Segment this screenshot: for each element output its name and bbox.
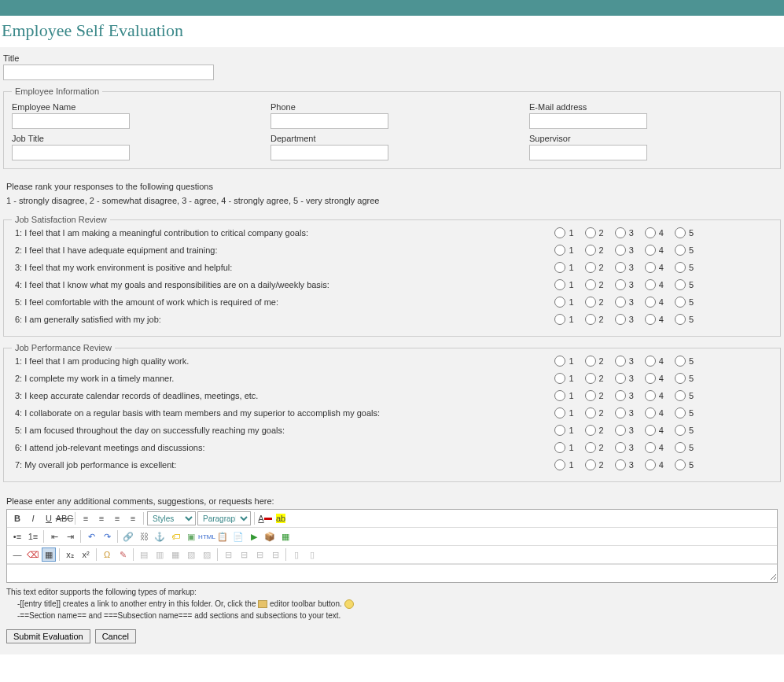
hr-icon[interactable]: — bbox=[10, 547, 24, 562]
image-icon[interactable]: ▣ bbox=[184, 529, 198, 544]
rating-option[interactable]: 3 bbox=[615, 279, 634, 290]
rating-radio[interactable] bbox=[585, 297, 596, 308]
employee-name-input[interactable] bbox=[12, 113, 130, 129]
rating-radio[interactable] bbox=[554, 425, 565, 436]
superscript-icon[interactable]: x² bbox=[79, 547, 93, 562]
title-input[interactable] bbox=[3, 65, 214, 80]
rating-option[interactable]: 5 bbox=[675, 373, 694, 384]
rating-option[interactable]: 4 bbox=[645, 373, 664, 384]
rating-option[interactable]: 2 bbox=[585, 390, 604, 401]
ordered-list-icon[interactable]: 1≡ bbox=[26, 529, 40, 544]
rating-option[interactable]: 5 bbox=[675, 442, 694, 453]
rating-radio[interactable] bbox=[554, 459, 565, 470]
rating-radio[interactable] bbox=[675, 459, 686, 470]
subscript-icon[interactable]: x₂ bbox=[63, 547, 77, 562]
rating-radio[interactable] bbox=[645, 373, 656, 384]
rating-radio[interactable] bbox=[585, 390, 596, 401]
rating-option[interactable]: 2 bbox=[585, 297, 604, 308]
rating-radio[interactable] bbox=[675, 407, 686, 418]
rating-option[interactable]: 2 bbox=[585, 407, 604, 418]
rating-option[interactable]: 3 bbox=[615, 227, 634, 238]
paragraph-select[interactable]: Paragraph bbox=[197, 511, 251, 525]
table-icon[interactable]: ▦ bbox=[278, 529, 293, 544]
rating-option[interactable]: 1 bbox=[554, 314, 573, 325]
rating-option[interactable]: 2 bbox=[585, 442, 604, 453]
rating-radio[interactable] bbox=[645, 314, 656, 325]
rating-radio[interactable] bbox=[615, 373, 626, 384]
rating-option[interactable]: 1 bbox=[554, 390, 573, 401]
job-title-input[interactable] bbox=[12, 145, 130, 160]
rating-option[interactable]: 4 bbox=[645, 279, 664, 290]
rating-radio[interactable] bbox=[645, 245, 656, 256]
rating-option[interactable]: 3 bbox=[615, 442, 634, 453]
rating-radio[interactable] bbox=[554, 297, 565, 308]
rating-option[interactable]: 2 bbox=[585, 279, 604, 290]
rating-option[interactable]: 3 bbox=[615, 262, 634, 273]
edit-icon[interactable]: ✎ bbox=[116, 547, 130, 562]
align-justify-icon[interactable]: ≡ bbox=[126, 511, 140, 525]
rating-radio[interactable] bbox=[585, 262, 596, 273]
rating-option[interactable]: 3 bbox=[615, 407, 634, 418]
rating-option[interactable]: 5 bbox=[675, 390, 694, 401]
media-icon[interactable]: ▶ bbox=[247, 529, 261, 544]
rating-radio[interactable] bbox=[615, 425, 626, 436]
rating-option[interactable]: 4 bbox=[645, 390, 664, 401]
grid4-icon[interactable]: ▧ bbox=[184, 547, 198, 562]
rating-radio[interactable] bbox=[615, 442, 626, 453]
comments-textarea[interactable] bbox=[7, 565, 777, 581]
text-color-icon[interactable]: A bbox=[258, 511, 272, 525]
rating-radio[interactable] bbox=[615, 279, 626, 290]
rating-option[interactable]: 1 bbox=[554, 373, 573, 384]
styles-select[interactable]: Styles bbox=[147, 511, 196, 525]
rating-radio[interactable] bbox=[554, 390, 565, 401]
rating-option[interactable]: 1 bbox=[554, 442, 573, 453]
rating-option[interactable]: 4 bbox=[645, 356, 664, 367]
rating-radio[interactable] bbox=[675, 373, 686, 384]
remove-format-icon[interactable]: ⌫ bbox=[26, 547, 40, 562]
grid2-icon[interactable]: ▥ bbox=[153, 547, 167, 562]
row1-icon[interactable]: ⊟ bbox=[221, 547, 235, 562]
rating-option[interactable]: 4 bbox=[645, 297, 664, 308]
rating-radio[interactable] bbox=[615, 356, 626, 367]
rating-radio[interactable] bbox=[554, 279, 565, 290]
rating-option[interactable]: 1 bbox=[554, 297, 573, 308]
rating-option[interactable]: 1 bbox=[554, 245, 573, 256]
rating-option[interactable]: 2 bbox=[585, 373, 604, 384]
bg-color-icon[interactable]: ab bbox=[274, 511, 288, 525]
rating-radio[interactable] bbox=[585, 425, 596, 436]
rating-option[interactable]: 1 bbox=[554, 425, 573, 436]
rating-option[interactable]: 4 bbox=[645, 245, 664, 256]
rating-option[interactable]: 4 bbox=[645, 425, 664, 436]
email-input[interactable] bbox=[529, 113, 647, 129]
grid1-icon[interactable]: ▤ bbox=[137, 547, 151, 562]
row4-icon[interactable]: ⊟ bbox=[268, 547, 282, 562]
rating-option[interactable]: 4 bbox=[645, 442, 664, 453]
rating-option[interactable]: 5 bbox=[675, 262, 694, 273]
cancel-button[interactable]: Cancel bbox=[95, 629, 136, 643]
col2-icon[interactable]: ▯ bbox=[305, 547, 319, 562]
rating-radio[interactable] bbox=[645, 390, 656, 401]
rating-radio[interactable] bbox=[645, 227, 656, 238]
rating-radio[interactable] bbox=[645, 297, 656, 308]
row3-icon[interactable]: ⊟ bbox=[252, 547, 267, 562]
rating-radio[interactable] bbox=[554, 314, 565, 325]
rating-option[interactable]: 2 bbox=[585, 459, 604, 470]
rating-option[interactable]: 5 bbox=[675, 356, 694, 367]
rating-radio[interactable] bbox=[675, 390, 686, 401]
rating-radio[interactable] bbox=[645, 356, 656, 367]
rating-radio[interactable] bbox=[615, 390, 626, 401]
rating-option[interactable]: 4 bbox=[645, 459, 664, 470]
rating-radio[interactable] bbox=[585, 407, 596, 418]
rating-option[interactable]: 1 bbox=[554, 262, 573, 273]
rating-radio[interactable] bbox=[554, 407, 565, 418]
rating-option[interactable]: 5 bbox=[675, 407, 694, 418]
underline-icon[interactable]: U bbox=[42, 511, 56, 525]
rating-radio[interactable] bbox=[585, 227, 596, 238]
rating-radio[interactable] bbox=[585, 442, 596, 453]
redo-icon[interactable]: ↷ bbox=[100, 529, 114, 544]
rating-option[interactable]: 2 bbox=[585, 227, 604, 238]
rating-radio[interactable] bbox=[645, 407, 656, 418]
tag-icon[interactable]: 🏷 bbox=[168, 529, 182, 544]
rating-radio[interactable] bbox=[675, 297, 686, 308]
rating-radio[interactable] bbox=[675, 425, 686, 436]
